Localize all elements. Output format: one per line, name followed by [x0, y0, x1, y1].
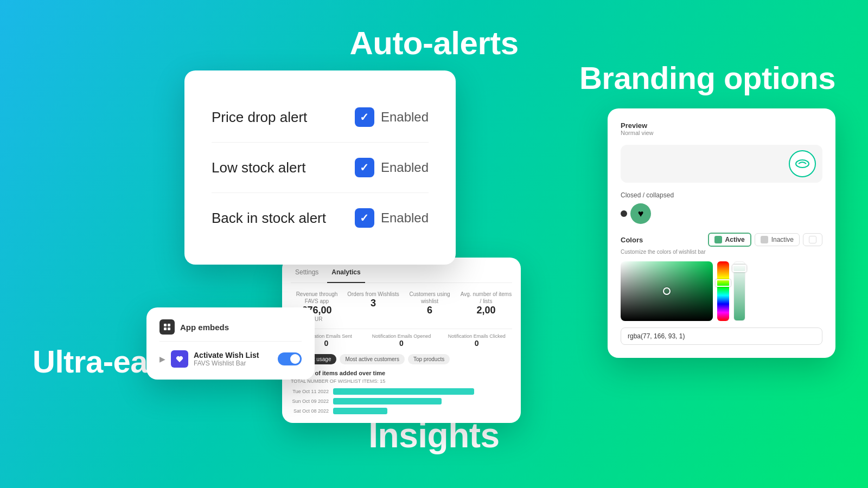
branding-card: Preview Normal view Closed / collapsed ♥… [608, 108, 835, 358]
chart-bar-2 [333, 398, 442, 404]
notif-opened: Notification Emails Opened 0 [366, 333, 437, 348]
enabled-text-back-in-stock: Enabled [381, 210, 429, 226]
collapse-dot [621, 210, 627, 217]
chart-date-2: Sun Oct 09 2022 [291, 399, 329, 404]
heart-icon: ♥ [630, 203, 651, 224]
collapsed-preview: ♥ [621, 203, 822, 224]
enabled-text-price-drop: Enabled [381, 110, 429, 125]
auto-alerts-label: Auto-alerts [349, 24, 518, 62]
third-color-button[interactable] [803, 233, 822, 246]
svg-rect-0 [164, 324, 167, 326]
notification-stats: Notification Emails Sent 0 Notification … [291, 329, 512, 348]
app-embeds-card: App embeds ▶ Activate Wish List FAVS Wis… [146, 307, 315, 380]
alert-status-price-drop: Enabled [355, 107, 429, 127]
chart-row-1: Tue Oct 11 2022 [291, 388, 512, 395]
gradient-cursor[interactable] [663, 287, 671, 295]
inactive-color-dot [761, 236, 768, 243]
rgba-input[interactable] [621, 328, 822, 345]
chart-date-3: Sat Oct 08 2022 [291, 408, 329, 414]
branding-options-label: Branding options [579, 60, 835, 96]
closed-label: Closed / collapsed [621, 191, 822, 199]
hue-cursor[interactable] [716, 279, 731, 287]
inactive-color-button[interactable]: Inactive [755, 233, 800, 246]
alpha-cursor[interactable] [732, 265, 746, 272]
color-gradient[interactable] [621, 261, 713, 321]
checkbox-back-in-stock[interactable] [355, 208, 374, 228]
stat-customers-label: Customers using wishlist [404, 291, 456, 305]
alpha-slider[interactable] [733, 261, 745, 321]
checkbox-low-stock[interactable] [355, 158, 374, 177]
active-color-button[interactable]: Active [708, 233, 751, 247]
color-buttons: Active Inactive [708, 233, 822, 247]
embed-info: Activate Wish List FAVS Wishlist Bar [194, 351, 272, 367]
svg-point-4 [796, 160, 809, 168]
wishlist-toggle[interactable] [278, 352, 302, 365]
alerts-card: Price drop alert Enabled Low stock alert… [184, 70, 456, 265]
analytics-card: Settings Analytics Revenue through FAVS … [282, 258, 521, 423]
alert-row-low-stock: Low stock alert Enabled [212, 143, 429, 193]
chart-subtitle: TOTAL NUMBER OF WISHLIST ITEMS: 15 [291, 378, 512, 384]
colors-section: Colors Active Inactive Customize the col… [621, 233, 822, 255]
chart-bar-3 [333, 408, 387, 414]
chart-row-3: Sat Oct 08 2022 [291, 408, 512, 414]
stat-avg-items-value: 2,00 [460, 305, 512, 316]
chart-title: Number of items added over time [291, 370, 512, 376]
stat-orders: Orders from Wishlists 3 [347, 291, 399, 322]
chart-tab-products[interactable]: Top products [408, 354, 450, 364]
enabled-text-low-stock: Enabled [381, 160, 429, 175]
stat-customers-value: 6 [404, 305, 456, 316]
stat-avg-items-label: Avg. number of items / lists [460, 291, 512, 305]
alert-row-price-drop: Price drop alert Enabled [212, 92, 429, 143]
colors-header: Colors Active Inactive [621, 233, 822, 247]
preview-normal-area [621, 145, 822, 183]
branding-header: Preview Normal view [621, 121, 822, 143]
svg-rect-1 [168, 324, 170, 326]
tab-settings[interactable]: Settings [291, 266, 323, 278]
notif-clicked: Notification Emails Clicked 0 [441, 333, 512, 348]
colors-title: Colors [621, 236, 643, 244]
embeds-header: App embeds [159, 319, 302, 342]
chart-tab-customers[interactable]: Most active customers [340, 354, 404, 364]
color-picker[interactable] [621, 261, 822, 321]
alert-name-low-stock: Low stock alert [212, 159, 305, 176]
notif-opened-value: 0 [366, 339, 437, 348]
svg-rect-3 [168, 328, 170, 330]
inactive-button-label: Inactive [771, 236, 794, 243]
tab-analytics[interactable]: Analytics [327, 266, 365, 283]
chart-bars: Tue Oct 11 2022 Sun Oct 09 2022 Sat Oct … [291, 388, 512, 414]
alert-status-low-stock: Enabled [355, 158, 429, 177]
embed-app-icon [171, 350, 188, 368]
checkbox-price-drop[interactable] [355, 107, 374, 127]
preview-subtitle: Normal view [621, 130, 654, 136]
notif-opened-label: Notification Emails Opened [366, 333, 437, 339]
preview-logo [789, 150, 816, 177]
stat-orders-value: 3 [347, 298, 399, 309]
chart-tabs: Wishlist usage Most active customers Top… [291, 354, 512, 364]
chart-date-1: Tue Oct 11 2022 [291, 389, 329, 394]
active-button-label: Active [725, 236, 745, 243]
embed-item: ▶ Activate Wish List FAVS Wishlist Bar [159, 350, 302, 368]
hue-slider[interactable] [717, 261, 729, 321]
embed-name: Activate Wish List [194, 351, 272, 359]
stat-customers: Customers using wishlist 6 [404, 291, 456, 322]
analytics-tabs: Settings Analytics [291, 266, 512, 283]
alert-row-back-in-stock: Back in stock alert Enabled [212, 193, 429, 243]
embeds-title: App embeds [180, 323, 229, 332]
notif-clicked-label: Notification Emails Clicked [441, 333, 512, 339]
notif-clicked-value: 0 [441, 339, 512, 348]
colors-desc: Customize the colors of wishlist bar [621, 249, 822, 255]
analytics-stats: Revenue through FAVS app £76,00 EUR Orde… [291, 291, 512, 322]
embed-arrow-icon: ▶ [159, 355, 165, 363]
chart-bar-1 [333, 388, 474, 395]
alert-name-price-drop: Price drop alert [212, 109, 307, 126]
chart-row-2: Sun Oct 09 2022 [291, 398, 512, 404]
embed-sub: FAVS Wishlist Bar [194, 359, 272, 367]
svg-rect-2 [164, 328, 167, 330]
alert-name-back-in-stock: Back in stock alert [212, 210, 326, 227]
active-color-dot [714, 236, 722, 243]
third-color-dot [809, 236, 816, 243]
stat-orders-label: Orders from Wishlists [347, 291, 399, 298]
preview-title: Preview [621, 121, 654, 130]
embeds-icon [159, 319, 175, 335]
stat-revenue-label: Revenue through FAVS app [291, 291, 343, 305]
